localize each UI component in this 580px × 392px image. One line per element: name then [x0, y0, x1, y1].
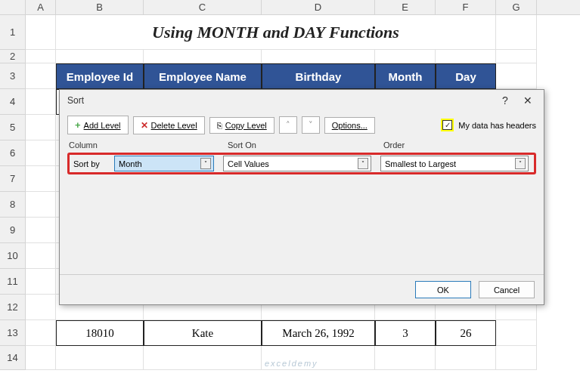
row-header-12[interactable]: 12 — [0, 295, 26, 320]
options-label: Options... — [332, 121, 368, 130]
chevron-down-icon: ˅ — [358, 158, 368, 169]
cell[interactable] — [496, 63, 537, 89]
chevron-up-icon: ˄ — [286, 120, 290, 130]
select-all-corner[interactable] — [0, 0, 26, 14]
cell[interactable] — [262, 50, 375, 63]
row-header-14[interactable]: 14 — [0, 346, 26, 370]
col-header-a[interactable]: A — [26, 0, 56, 14]
row-header-2[interactable]: 2 — [0, 50, 26, 63]
col-header-b[interactable]: B — [56, 0, 144, 14]
cell[interactable] — [26, 50, 56, 63]
cell[interactable] — [26, 63, 56, 89]
ok-button[interactable]: OK — [415, 281, 471, 298]
col-header-f[interactable]: F — [436, 0, 496, 14]
copy-level-button[interactable]: ⎘Copy Level — [209, 117, 274, 134]
row-header-5[interactable]: 5 — [0, 115, 26, 140]
cell[interactable] — [26, 166, 56, 192]
sort-by-value: Month — [119, 159, 197, 168]
sort-on-dropdown[interactable]: Cell Values ˅ — [223, 156, 371, 171]
dialog-footer: OK Cancel — [60, 274, 544, 304]
chevron-down-icon: ˅ — [309, 120, 313, 130]
row-header-1[interactable]: 1 — [0, 15, 26, 50]
watermark: exceldemy — [265, 359, 318, 368]
cell[interactable] — [496, 50, 537, 63]
delete-level-label: Delete Level — [151, 121, 197, 130]
cell[interactable] — [26, 15, 56, 50]
row-header-8[interactable]: 8 — [0, 192, 26, 218]
move-up-button[interactable]: ˄ — [279, 116, 297, 134]
row-header-11[interactable]: 11 — [0, 269, 26, 295]
sort-by-dropdown[interactable]: Month ˅ — [114, 156, 214, 171]
cell-day[interactable]: 26 — [436, 320, 496, 346]
cell[interactable] — [375, 50, 436, 63]
title-cell[interactable]: Using MONTH and DAY Functions — [56, 15, 496, 50]
cell[interactable] — [26, 269, 56, 295]
cell[interactable] — [144, 346, 262, 370]
cell[interactable] — [26, 346, 56, 370]
plus-icon: + — [75, 119, 81, 131]
cell[interactable] — [496, 320, 537, 346]
options-button[interactable]: Options... — [324, 117, 375, 134]
copy-level-label: Copy Level — [225, 121, 267, 130]
row-header-6[interactable]: 6 — [0, 140, 26, 166]
cell-emp-id[interactable]: 18010 — [56, 320, 144, 346]
col-header-d[interactable]: D — [262, 0, 375, 14]
x-icon: ✕ — [141, 120, 148, 131]
order-value: Smallest to Largest — [385, 159, 512, 168]
row-header-10[interactable]: 10 — [0, 243, 26, 269]
cell[interactable] — [144, 50, 262, 63]
move-down-button[interactable]: ˅ — [302, 116, 320, 134]
help-button[interactable]: ? — [494, 92, 516, 109]
cell[interactable] — [436, 50, 496, 63]
header-day[interactable]: Day — [436, 63, 496, 89]
chevron-down-icon: ˅ — [200, 158, 211, 169]
cell[interactable] — [56, 50, 144, 63]
cell-emp-name[interactable]: Kate — [144, 320, 262, 346]
cell[interactable] — [496, 15, 537, 50]
dialog-toolbar: +Add Level ✕Delete Level ⎘Copy Level ˄ ˅… — [60, 111, 544, 139]
delete-level-button[interactable]: ✕Delete Level — [133, 116, 205, 134]
sort-column-headers: Column Sort On Order — [60, 139, 544, 153]
headers-checkbox-wrap[interactable]: ✓ My data has headers — [441, 119, 536, 131]
row-header-13[interactable]: 13 — [0, 320, 26, 346]
cell[interactable] — [26, 115, 56, 140]
column-header-label: Column — [69, 140, 228, 150]
headers-checkbox-label: My data has headers — [458, 121, 536, 130]
cell[interactable] — [375, 346, 436, 370]
cell-month[interactable]: 3 — [375, 320, 436, 346]
add-level-label: Add Level — [84, 121, 121, 130]
cell[interactable] — [26, 192, 56, 218]
cell[interactable] — [26, 218, 56, 243]
row-header-3[interactable]: 3 — [0, 63, 26, 89]
sorton-header-label: Sort On — [228, 140, 383, 150]
header-emp-id[interactable]: Employee Id — [56, 63, 144, 89]
order-dropdown[interactable]: Smallest to Largest ˅ — [380, 156, 529, 171]
header-emp-name[interactable]: Employee Name — [144, 63, 262, 89]
col-header-g[interactable]: G — [496, 0, 537, 14]
sort-criteria-row: Sort by Month ˅ Cell Values ˅ Smallest t… — [67, 153, 536, 174]
cell[interactable] — [26, 140, 56, 166]
cell-birthday[interactable]: March 26, 1992 — [262, 320, 375, 346]
cell[interactable] — [436, 346, 496, 370]
cell[interactable] — [26, 89, 56, 115]
cell[interactable] — [26, 295, 56, 320]
header-birthday[interactable]: Birthday — [262, 63, 375, 89]
col-header-c[interactable]: C — [144, 0, 262, 14]
copy-icon: ⎘ — [217, 121, 222, 130]
chevron-down-icon: ˅ — [515, 158, 526, 169]
col-header-e[interactable]: E — [375, 0, 436, 14]
dialog-titlebar[interactable]: Sort ? ✕ — [60, 90, 544, 111]
cell[interactable] — [26, 243, 56, 269]
row-headers: 1 2 3 4 5 6 7 8 9 10 11 12 13 14 — [0, 15, 26, 370]
add-level-button[interactable]: +Add Level — [67, 116, 129, 134]
row-header-7[interactable]: 7 — [0, 166, 26, 192]
cell[interactable] — [496, 346, 537, 370]
row-header-9[interactable]: 9 — [0, 218, 26, 243]
sort-dialog: Sort ? ✕ +Add Level ✕Delete Level ⎘Copy … — [59, 89, 544, 305]
header-month[interactable]: Month — [375, 63, 436, 89]
row-header-4[interactable]: 4 — [0, 89, 26, 115]
cell[interactable] — [56, 346, 144, 370]
cancel-button[interactable]: Cancel — [479, 281, 535, 298]
close-button[interactable]: ✕ — [516, 92, 539, 109]
cell[interactable] — [26, 320, 56, 346]
